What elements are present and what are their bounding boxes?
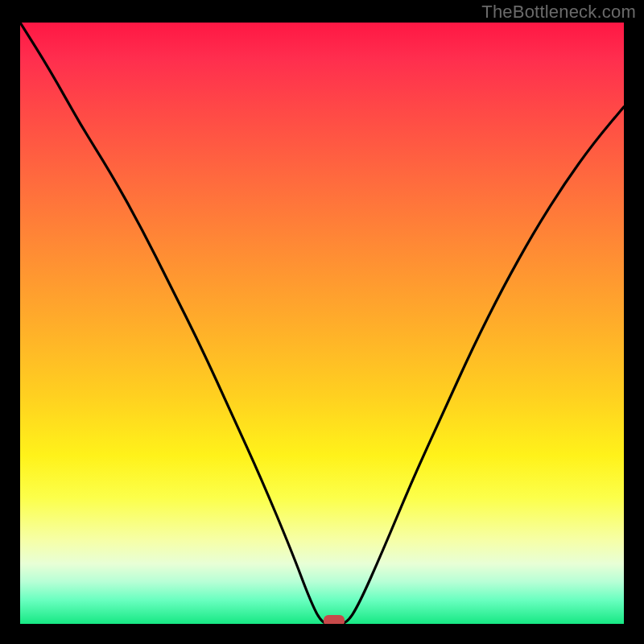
chart-frame: TheBottleneck.com	[0, 0, 644, 644]
chart-overlay	[20, 23, 624, 624]
bottleneck-curve	[20, 23, 624, 624]
watermark-label: TheBottleneck.com	[481, 2, 636, 23]
plot-area	[20, 23, 624, 624]
optimum-marker	[324, 615, 345, 624]
